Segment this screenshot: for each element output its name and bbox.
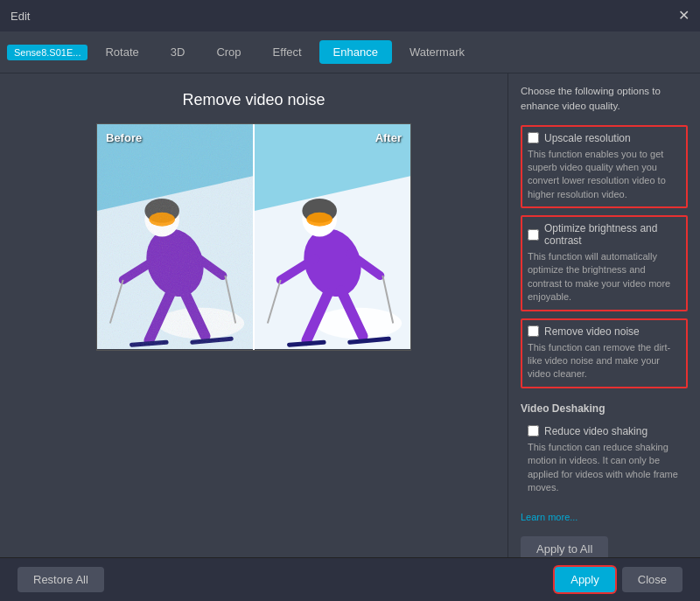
apply-button[interactable]: Apply [555, 567, 615, 592]
before-image [97, 124, 253, 349]
titlebar: Edit ✕ [0, 0, 700, 31]
svg-point-22 [306, 213, 332, 227]
learn-more-link[interactable]: Learn more... [521, 512, 688, 522]
tab-3d[interactable]: 3D [157, 40, 200, 64]
noise-label[interactable]: Remove video noise [544, 325, 640, 338]
restore-all-button[interactable]: Restore All [18, 567, 104, 592]
brightness-section: Optimize brightness and contrast This fu… [521, 215, 688, 311]
tabbar: Sense8.S01E... Rotate 3D Crop Effect Enh… [0, 31, 700, 73]
upscale-section: Upscale resolution This function enables… [521, 125, 688, 209]
before-side: Before [97, 124, 253, 350]
deshaking-checkbox[interactable] [528, 425, 539, 437]
deshaking-label[interactable]: Reduce video shaking [544, 425, 648, 437]
feature-title: Remove video noise [182, 91, 325, 109]
right-panel-description: Choose the following options to enhance … [521, 84, 688, 115]
svg-line-29 [290, 342, 325, 345]
noise-checkbox[interactable] [528, 325, 539, 337]
left-panel: Remove video noise Before [0, 73, 508, 557]
noise-option-row: Remove video noise [528, 325, 681, 338]
upscale-label[interactable]: Upscale resolution [544, 132, 631, 144]
tab-rotate[interactable]: Rotate [91, 40, 152, 64]
before-label: Before [106, 131, 142, 144]
upscale-checkbox[interactable] [528, 132, 539, 143]
tab-crop[interactable]: Crop [202, 40, 255, 64]
noise-desc: This function can remove the dirt-like v… [528, 341, 681, 381]
main-area: Remove video noise Before [0, 73, 700, 557]
after-label: After [375, 131, 402, 144]
bottom-bar: Restore All Apply Close [0, 557, 700, 601]
upscale-desc: This function enables you to get superb … [528, 148, 681, 202]
brightness-desc: This function will automatically optimiz… [528, 250, 681, 304]
window-title: Edit [10, 10, 30, 23]
tab-watermark[interactable]: Watermark [396, 40, 479, 64]
upscale-option-row: Upscale resolution [528, 132, 681, 144]
edit-window: Edit ✕ Sense8.S01E... Rotate 3D Crop Eff… [0, 0, 700, 601]
file-chip[interactable]: Sense8.S01E... [7, 45, 88, 60]
before-after-container: Before [96, 123, 411, 351]
brightness-option-row: Optimize brightness and contrast [528, 222, 681, 247]
deshaking-desc: This function can reduce shaking motion … [528, 441, 681, 495]
tab-effect[interactable]: Effect [259, 40, 316, 64]
before-after-divider [253, 124, 255, 350]
deshaking-option-row: Reduce video shaking [528, 425, 681, 437]
bottom-right-buttons: Apply Close [555, 567, 682, 592]
apply-to-all-button[interactable]: Apply to All [521, 536, 608, 557]
brightness-checkbox[interactable] [528, 229, 539, 241]
after-side: After [255, 124, 410, 350]
right-panel: Choose the following options to enhance … [508, 73, 700, 557]
tab-enhance[interactable]: Enhance [319, 40, 392, 64]
close-window-button[interactable]: ✕ [678, 9, 690, 23]
noise-section: Remove video noise This function can rem… [521, 318, 688, 388]
after-image [255, 124, 410, 349]
deshaking-section: Reduce video shaking This function can r… [521, 418, 688, 502]
deshaking-heading: Video Deshaking [521, 402, 688, 415]
close-button[interactable]: Close [622, 567, 682, 592]
bottom-left-buttons: Restore All [18, 567, 104, 592]
brightness-label[interactable]: Optimize brightness and contrast [544, 222, 681, 247]
svg-rect-15 [97, 124, 253, 349]
